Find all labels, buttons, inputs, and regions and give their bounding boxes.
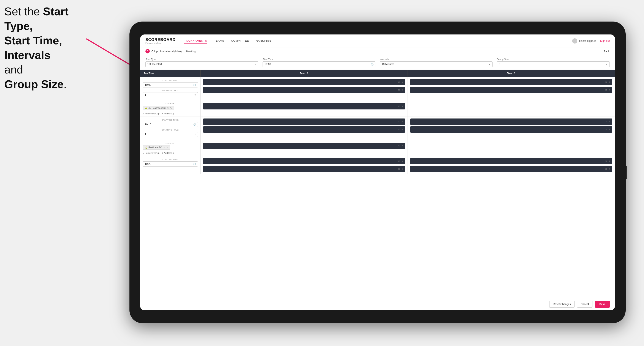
starting-time-label-2: STARTING TIME:: [143, 119, 198, 121]
th-team1: Team 1: [201, 70, 408, 77]
top-navigation: SCOREBOARD Powered by clippd TOURNAMENTS…: [140, 34, 615, 47]
player-edit-icon-2-2[interactable]: ✎: [402, 128, 403, 131]
player-edit-icon-2-1[interactable]: ✎: [402, 120, 403, 123]
reset-changes-button[interactable]: Reset Changes: [549, 301, 574, 308]
sign-out-link[interactable]: Sign out: [600, 39, 610, 42]
tablet-device: SCOREBOARD Powered by clippd TOURNAMENTS…: [130, 21, 626, 323]
player-edit-icon-3-4[interactable]: ✎: [608, 168, 610, 170]
player-close-icon-2-3[interactable]: ✕: [605, 120, 607, 123]
starting-hole-input-1[interactable]: 1 ⬆: [143, 92, 198, 97]
nav-tournaments[interactable]: TOURNAMENTS: [184, 38, 207, 43]
group-section-1: STARTING TIME: 10:00 🕐 STARTING HOLE: 1 …: [140, 77, 615, 117]
team2-cell-3: ✕ ✎ ✕ ✎: [408, 156, 615, 174]
start-type-select[interactable]: 1st Tee Start ▼: [146, 61, 258, 67]
starting-time-input-1[interactable]: 10:00 🕐: [143, 82, 198, 87]
cancel-button[interactable]: Cancel: [577, 301, 592, 308]
main-content: STARTING TIME: 10:00 🕐 STARTING HOLE: 1 …: [140, 77, 615, 298]
player-close-icon-2-4[interactable]: ✕: [605, 128, 607, 131]
player-edit-icon-2-4[interactable]: ✎: [608, 128, 610, 131]
player-row-3-2: ✕ ✎: [203, 166, 405, 172]
player-close-icon-1-4[interactable]: ✕: [605, 89, 607, 91]
course-player-row-2-1: ✕ ✎: [203, 143, 405, 149]
intervals-select[interactable]: 10 Minutes ▼: [380, 61, 492, 67]
group-size-field: Group Size 3 ▼: [497, 58, 610, 67]
back-button[interactable]: ‹ Back: [602, 50, 610, 53]
tablet-power-button: [626, 166, 628, 179]
player-close-icon-1-2[interactable]: ✕: [398, 89, 400, 91]
course-player-close-1-1[interactable]: ✕: [398, 105, 400, 108]
start-time-label: Start Time: [262, 58, 376, 61]
starting-hole-label-2: STARTING HOLE:: [143, 129, 198, 131]
player-edit-icon-2-3[interactable]: ✎: [608, 120, 610, 123]
player-edit-icon-1-1[interactable]: ✎: [402, 81, 403, 83]
group-size-label: Group Size: [497, 58, 610, 61]
player-close-icon-1-1[interactable]: ✕: [398, 81, 400, 83]
starting-hole-input-2[interactable]: 1 ⬆: [143, 132, 198, 137]
course-tag-2: ⛳ East Lake GC ✕ ✎: [143, 145, 170, 150]
hole-stepper-icon-2: ⬆: [194, 133, 196, 136]
course-row-2: COURSE: ⛳ East Lake GC ✕ ✎ ○ Remove Grou…: [140, 141, 615, 156]
player-edit-icon-3-1[interactable]: ✎: [402, 160, 403, 163]
course-team1-cell-1: ✕ ✎: [201, 101, 408, 117]
course-team1-cell-2: ✕ ✎: [201, 141, 408, 156]
player-edit-icon-1-3[interactable]: ✎: [608, 81, 610, 83]
start-time-select[interactable]: 10:00 🕐: [262, 61, 376, 67]
starting-hole-value-2: 1: [145, 133, 146, 136]
course-edit-icon-1[interactable]: ✎: [170, 107, 172, 109]
add-group-btn-2[interactable]: + Add Group: [162, 152, 174, 154]
player-row-1-4: ✕ ✎: [410, 87, 612, 93]
player-row-2-2: ✕ ✎: [203, 126, 405, 133]
player-close-icon-2-1[interactable]: ✕: [398, 120, 400, 123]
time-icon-3: 🕐: [193, 163, 196, 165]
breadcrumb-tournament[interactable]: Clippd Invitational (Men): [152, 50, 182, 53]
player-edit-icon-3-2[interactable]: ✎: [402, 168, 403, 170]
player-close-icon-3-3[interactable]: ✕: [605, 160, 607, 163]
course-player-close-2-1[interactable]: ✕: [398, 145, 400, 147]
annotation-period: .: [64, 78, 66, 90]
player-close-icon-3-2[interactable]: ✕: [398, 168, 400, 170]
breadcrumb-left: C Clippd Invitational (Men) › Hosting: [146, 49, 196, 53]
course-remove-icon-1[interactable]: ✕: [167, 107, 169, 109]
breadcrumb-bar: C Clippd Invitational (Men) › Hosting ‹ …: [140, 47, 615, 55]
nav-teams[interactable]: TEAMS: [214, 38, 224, 43]
save-button[interactable]: Save: [595, 301, 610, 308]
player-edit-icon-1-2[interactable]: ✎: [402, 89, 403, 91]
starting-time-label-1: STARTING TIME:: [143, 79, 198, 81]
intervals-arrow-icon: ▼: [488, 63, 490, 65]
player-close-icon-3-4[interactable]: ✕: [605, 168, 607, 170]
starting-time-value-2: 10:10: [145, 123, 151, 126]
starting-time-label-3: STARTING TIME:: [143, 158, 198, 161]
bold-starttime: Start Time,: [4, 34, 62, 47]
add-group-btn-1[interactable]: + Add Group: [162, 112, 174, 115]
remove-group-btn-2[interactable]: ○ Remove Group: [143, 152, 160, 154]
player-close-icon-1-3[interactable]: ✕: [605, 81, 607, 83]
player-row-2-1: ✕ ✎: [203, 119, 405, 125]
course-flag-icon-1: ⛳: [145, 107, 147, 109]
course-flag-icon-2: ⛳: [145, 147, 147, 149]
starting-time-input-3[interactable]: 10:20 🕐: [143, 161, 198, 167]
start-type-label: Start Type: [146, 58, 258, 61]
player-close-icon-2-2[interactable]: ✕: [398, 128, 400, 131]
group-size-value: 3: [499, 63, 500, 66]
instruction-text: Set the Start Type, Start Time, Interval…: [4, 4, 69, 92]
group-size-select[interactable]: 3 ▼: [497, 61, 610, 67]
player-close-icon-3-1[interactable]: ✕: [398, 160, 400, 163]
remove-group-btn-1[interactable]: ○ Remove Group: [143, 112, 160, 115]
start-time-value: 10:00: [264, 63, 271, 66]
player-edit-icon-1-4[interactable]: ✎: [608, 89, 610, 91]
config-row: Start Type 1st Tee Start ▼ Start Time 10…: [140, 55, 615, 70]
course-edit-icon-2[interactable]: ✎: [166, 146, 168, 149]
starting-time-input-2[interactable]: 10:10 🕐: [143, 122, 198, 127]
player-edit-icon-3-3[interactable]: ✎: [608, 160, 610, 163]
remove-circle-icon-1: ○: [143, 112, 144, 115]
clippd-logo-icon: C: [146, 49, 150, 53]
nav-rankings[interactable]: RANKINGS: [256, 38, 271, 43]
course-player-edit-2-1[interactable]: ✎: [402, 145, 403, 147]
course-player-edit-1-1[interactable]: ✎: [402, 105, 403, 108]
th-team2: Team 2: [408, 70, 615, 77]
tee-info-1: STARTING TIME: 10:00 🕐 STARTING HOLE: 1 …: [140, 77, 201, 101]
course-info-1: COURSE: ⛳ (A) Peachtree GC ✕ ✎ ○ Remove …: [140, 101, 201, 117]
nav-committee[interactable]: COMMITTEE: [231, 38, 249, 43]
course-remove-icon-2[interactable]: ✕: [163, 146, 165, 149]
starting-time-value-1: 10:00: [145, 83, 151, 86]
